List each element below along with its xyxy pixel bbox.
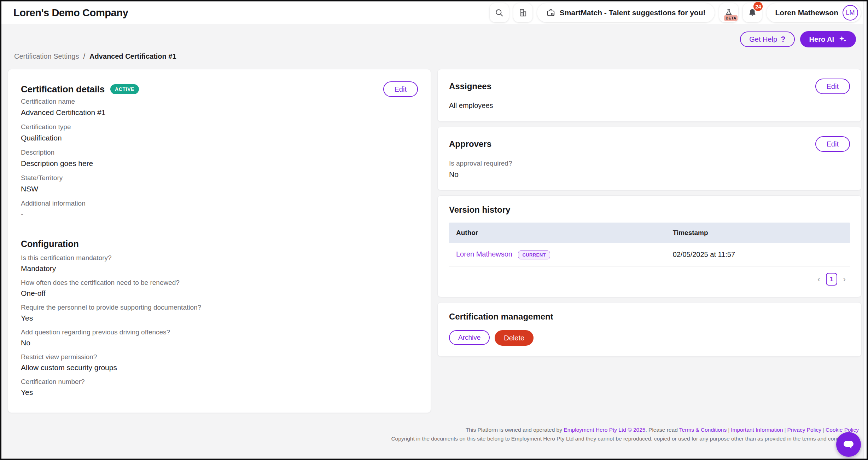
smartmatch-label: SmartMatch - Talent suggestions for you!: [560, 8, 706, 17]
field-additional-information: Additional information -: [21, 199, 418, 219]
breadcrumb-current: Advanced Certification #1: [89, 52, 176, 61]
footer-separator: |: [785, 427, 786, 433]
company-name: Loren's Demo Company: [13, 7, 128, 19]
terms-link[interactable]: Terms & Conditions: [679, 427, 727, 433]
certification-management-card: Certification management Archive Delete: [437, 302, 862, 357]
field-restrict-view: Restrict view permission? Allow custom s…: [21, 352, 418, 373]
chat-bubble-icon: [841, 437, 856, 452]
status-badge: ACTIVE: [110, 84, 139, 94]
certification-details-card: Certification details ACTIVE Edit Certif…: [8, 69, 431, 413]
field-value: Description goes here: [21, 158, 418, 168]
field-label: Certification name: [21, 97, 418, 106]
column-header-author: Author: [456, 229, 673, 237]
edit-details-button[interactable]: Edit: [383, 81, 418, 97]
certification-details-header: Certification details ACTIVE Edit: [21, 81, 418, 97]
labs-button[interactable]: BETA: [719, 3, 738, 22]
field-value: No: [449, 169, 850, 179]
archive-button[interactable]: Archive: [449, 330, 490, 345]
chat-widget-button[interactable]: [836, 432, 861, 457]
field-approval-required: Is approval required? No: [449, 159, 850, 179]
edit-approvers-button[interactable]: Edit: [815, 136, 850, 152]
privacy-policy-link[interactable]: Privacy Policy: [787, 427, 821, 433]
hero-ai-button[interactable]: Hero AI: [800, 31, 856, 47]
field-supporting-documentation: Require the personnel to provide support…: [21, 303, 418, 323]
notifications-button[interactable]: 24: [743, 3, 762, 22]
field-label: Add question regarding previous driving …: [21, 328, 418, 337]
get-help-button[interactable]: Get Help ?: [740, 31, 794, 47]
hero-ai-label: Hero AI: [809, 35, 834, 44]
page-action-row: Get Help ? Hero AI: [1, 24, 867, 47]
author-link[interactable]: Loren Mathewson: [456, 250, 512, 258]
field-value: One-off: [21, 288, 418, 298]
pagination-page-1[interactable]: 1: [826, 273, 837, 286]
certification-settings-page: { "colors": { "accent_purple": "#7A1FE0"…: [0, 0, 868, 460]
field-state-territory: State/Territory NSW: [21, 173, 418, 194]
organisation-button[interactable]: [513, 3, 532, 22]
pagination: ‹ 1 ›: [449, 266, 850, 286]
configuration-section: Configuration Is this certification mand…: [21, 239, 418, 397]
cookie-policy-link[interactable]: Cookie Policy: [826, 427, 859, 433]
approvers-card: Approvers Edit Is approval required? No: [437, 127, 862, 190]
configuration-title: Configuration: [21, 239, 418, 249]
certification-management-title: Certification management: [449, 312, 850, 322]
field-value: Mandatory: [21, 263, 418, 274]
pagination-next-icon[interactable]: ›: [841, 275, 847, 283]
field-renewal: How often does the certification need to…: [21, 278, 418, 298]
user-name: Loren Mathewson: [775, 8, 838, 17]
search-button[interactable]: [490, 3, 509, 22]
table-row: Loren Mathewson CURRENT 02/05/2025 at 11…: [449, 243, 850, 266]
field-value: Qualification: [21, 133, 418, 143]
top-bar: Loren's Demo Company: [1, 1, 867, 24]
footer-line-2: Copyright in the documents on this site …: [391, 434, 859, 443]
certification-details-title: Certification details: [21, 84, 105, 95]
building-icon: [518, 8, 528, 17]
assignees-value: All employees: [449, 100, 850, 111]
edit-assignees-button[interactable]: Edit: [815, 79, 850, 94]
company-link[interactable]: Employment Hero Pty Ltd © 2025: [564, 427, 645, 433]
field-certification-number: Certification number? Yes: [21, 377, 418, 397]
get-help-label: Get Help: [749, 35, 777, 44]
important-information-link[interactable]: Important Information: [731, 427, 783, 433]
footer-separator: |: [728, 427, 729, 433]
field-value: -: [21, 209, 418, 219]
breadcrumb-separator: /: [83, 52, 85, 61]
field-value: NSW: [21, 184, 418, 194]
field-value: Advanced Certification #1: [21, 107, 418, 117]
field-label: Is approval required?: [449, 159, 850, 168]
field-label: Additional information: [21, 199, 418, 208]
breadcrumb: Certification Settings / Advanced Certif…: [1, 47, 867, 61]
breadcrumb-certification-settings[interactable]: Certification Settings: [14, 52, 79, 61]
version-history-card: Version history Author Timestamp Loren M…: [437, 195, 862, 297]
avatar: LM: [843, 5, 858, 21]
right-column: Assignees Edit All employees Approvers E…: [437, 69, 862, 357]
profile-menu-button[interactable]: Loren Mathewson LM: [767, 3, 861, 22]
field-label: Certification number?: [21, 377, 418, 386]
main-content: Certification details ACTIVE Edit Certif…: [8, 69, 862, 413]
field-label: How often does the certification need to…: [21, 278, 418, 287]
footer-text: . Please read: [645, 427, 679, 433]
footer-text: This Platform is owned and operated by: [466, 427, 564, 433]
briefcase-search-icon: [546, 8, 555, 17]
assignees-card: Assignees Edit All employees: [437, 69, 862, 122]
delete-button[interactable]: Delete: [495, 330, 534, 346]
field-label: Require the personnel to provide support…: [21, 303, 418, 312]
approvers-header: Approvers Edit: [449, 136, 850, 152]
scrollbar[interactable]: [863, 1, 867, 459]
field-value: Yes: [21, 387, 418, 397]
management-buttons: Archive Delete: [449, 330, 850, 346]
field-certification-name: Certification name Advanced Certificatio…: [21, 97, 418, 117]
field-value: No: [21, 338, 418, 348]
field-value: Yes: [21, 313, 418, 323]
legal-footer: This Platform is owned and operated by E…: [391, 425, 859, 443]
smartmatch-button[interactable]: SmartMatch - Talent suggestions for you!: [537, 3, 715, 22]
footer-line-1: This Platform is owned and operated by E…: [391, 425, 859, 434]
question-mark-icon: ?: [781, 35, 785, 44]
table-header-row: Author Timestamp: [449, 223, 850, 243]
field-mandatory: Is this certification mandatory? Mandato…: [21, 253, 418, 274]
sparkle-icon: [838, 35, 847, 44]
field-description: Description Description goes here: [21, 148, 418, 168]
pagination-prev-icon[interactable]: ‹: [816, 275, 822, 283]
beta-badge: BETA: [724, 15, 738, 21]
field-label: State/Territory: [21, 173, 418, 183]
field-label: Is this certification mandatory?: [21, 253, 418, 262]
